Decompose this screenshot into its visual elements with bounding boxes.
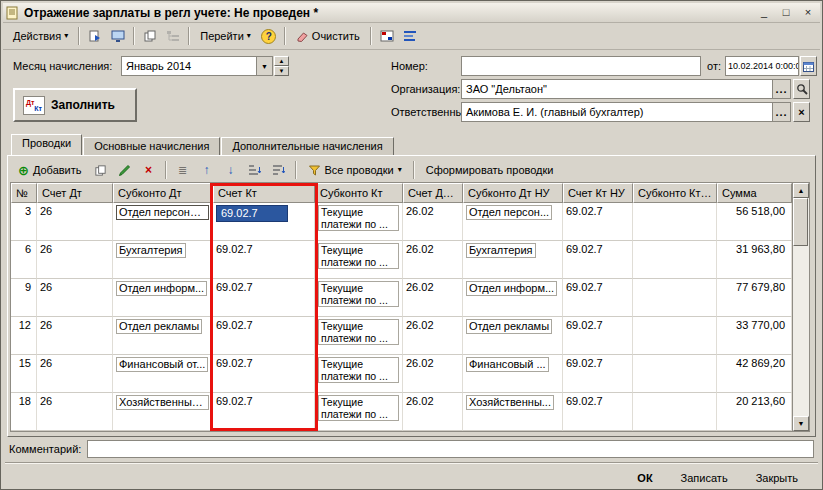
table-row[interactable]: 1826Хозяйственный...69.02.7Текущие плате…	[11, 393, 792, 431]
go-menu-button[interactable]: Перейти ▾	[194, 25, 257, 47]
column-header-subkonto-kt-nu[interactable]: Субконто Кт НУ	[633, 183, 717, 203]
cell-schet-dt-nu[interactable]: 26.02	[403, 355, 463, 393]
cell-schet-dt[interactable]: 26	[37, 393, 113, 431]
cell-schet-kt-nu[interactable]: 69.02.7	[563, 393, 633, 431]
clear-button[interactable]: Очистить	[290, 25, 366, 47]
cell-schet-kt-nu[interactable]: 69.02.7	[563, 279, 633, 317]
cell-schet-dt[interactable]: 26	[37, 279, 113, 317]
cell-schet-kt-nu[interactable]: 69.02.7	[563, 203, 633, 241]
cell-subkonto-dt[interactable]: Отдел персонала	[113, 203, 213, 241]
column-header-summa[interactable]: Сумма	[717, 183, 792, 203]
cell-subkonto-kt-nu[interactable]	[633, 279, 717, 317]
table-row[interactable]: 1526Финансовый от...69.02.7Текущие плате…	[11, 355, 792, 393]
scroll-down-button[interactable]: ▼	[793, 416, 809, 431]
cell-schet-kt[interactable]: 69.02.7	[213, 355, 315, 393]
title-bar[interactable]: Отражение зарплаты в регл учете: Не пров…	[3, 3, 820, 23]
column-header-schet-dt[interactable]: Счет Дт	[37, 183, 113, 203]
column-header-subkonto-dt[interactable]: Субконто Дт	[113, 183, 213, 203]
cell-schet-dt[interactable]: 26	[37, 203, 113, 241]
close-form-button[interactable]: Закрыть	[744, 469, 810, 487]
column-header-subkonto-kt[interactable]: Субконто Кт	[315, 183, 403, 203]
cell-schet-dt-nu[interactable]: 26.02	[403, 393, 463, 431]
cell-summa[interactable]: 42 869,20	[717, 355, 792, 393]
cell-subkonto-dt[interactable]: Бухгалтерия	[113, 241, 213, 279]
actions-menu-button[interactable]: Действия ▾	[7, 25, 74, 47]
move-up-button[interactable]: ↑	[196, 159, 218, 181]
cell-schet-kt-nu[interactable]: 69.02.7	[563, 355, 633, 393]
cell-schet-dt-nu[interactable]: 26.02	[403, 279, 463, 317]
cell-subkonto-kt-nu[interactable]	[633, 203, 717, 241]
refresh-document-button[interactable]	[84, 25, 106, 47]
cell-subkonto-kt-nu[interactable]	[633, 317, 717, 355]
copy-document-button[interactable]	[139, 25, 161, 47]
delete-row-button[interactable]: ×	[138, 159, 160, 181]
cell-schet-kt-nu[interactable]: 69.02.7	[563, 317, 633, 355]
column-header-subkonto-dt-nu[interactable]: Субконто Дт НУ	[463, 183, 563, 203]
column-header-schet-kt-nu[interactable]: Счет Кт НУ	[563, 183, 633, 203]
cell-schet-kt[interactable]: 69.02.7	[213, 393, 315, 431]
table-row[interactable]: 626Бухгалтерия69.02.7Текущие платежи по …	[11, 241, 792, 279]
cell-subkonto-dt-nu[interactable]: Отдел персон...	[463, 203, 563, 241]
fill-button[interactable]: Дт Кт Заполнить	[13, 88, 137, 122]
tab-provodki[interactable]: Проводки	[11, 134, 82, 155]
cell-num[interactable]: 18	[11, 393, 37, 431]
cell-subkonto-kt[interactable]: Текущие платежи по ...	[315, 279, 403, 317]
organization-select-button[interactable]: ...	[772, 80, 790, 98]
tab-osnovnye-nachisleniya[interactable]: Основные начисления	[83, 137, 220, 155]
save-button[interactable]: Записать	[669, 469, 740, 487]
scroll-thumb[interactable]	[793, 198, 808, 246]
cell-subkonto-kt[interactable]: Текущие платежи по ...	[315, 241, 403, 279]
responsible-select-button[interactable]: ...	[772, 103, 790, 121]
cell-summa[interactable]: 33 770,00	[717, 317, 792, 355]
cell-num[interactable]: 6	[11, 241, 37, 279]
sort-desc-button[interactable]	[268, 159, 290, 181]
cell-subkonto-kt[interactable]: Текущие платежи по ...	[315, 203, 403, 241]
number-field[interactable]	[461, 56, 701, 76]
cell-schet-dt[interactable]: 26	[37, 355, 113, 393]
move-down-button[interactable]: ↓	[220, 159, 242, 181]
responsible-field[interactable]: Акимова Е. И. (главный бухгалтер) ...	[461, 102, 791, 122]
cell-schet-dt[interactable]: 26	[37, 317, 113, 355]
levels-button[interactable]: ≣	[172, 159, 194, 181]
cell-schet-kt-nu[interactable]: 69.02.7	[563, 241, 633, 279]
cell-summa[interactable]: 31 963,80	[717, 241, 792, 279]
column-header-schet-kt[interactable]: Счет Кт	[213, 183, 315, 203]
cell-subkonto-dt-nu[interactable]: Отдел рекламы	[463, 317, 563, 355]
scroll-up-button[interactable]: ▲	[793, 183, 809, 198]
column-header-schet-dt-nu[interactable]: Счет Дт ...	[403, 183, 463, 203]
cell-schet-dt-nu[interactable]: 26.02	[403, 317, 463, 355]
calendar-button[interactable]	[800, 56, 817, 76]
cell-schet-dt[interactable]: 26	[37, 241, 113, 279]
sort-asc-button[interactable]	[244, 159, 266, 181]
cell-subkonto-kt-nu[interactable]	[633, 355, 717, 393]
cell-subkonto-dt-nu[interactable]: Отдел информ...	[463, 279, 563, 317]
maximize-button[interactable]: □	[777, 5, 795, 20]
cell-schet-kt[interactable]: 69.02.7	[213, 279, 315, 317]
cell-subkonto-dt[interactable]: Финансовый от...	[113, 355, 213, 393]
all-postings-filter-button[interactable]: Все проводки ▾	[302, 160, 408, 181]
cell-subkonto-dt-nu[interactable]: Бухгалтерия	[463, 241, 563, 279]
cell-schet-kt[interactable]: 69.02.7	[213, 241, 315, 279]
cell-subkonto-dt[interactable]: Отдел информ...	[113, 279, 213, 317]
cell-schet-dt-nu[interactable]: 26.02	[403, 241, 463, 279]
step-up-button[interactable]: ▲	[274, 56, 289, 66]
cell-num[interactable]: 12	[11, 317, 37, 355]
postings-view-button[interactable]	[376, 25, 398, 47]
cell-subkonto-kt-nu[interactable]	[633, 393, 717, 431]
minimize-button[interactable]: _	[755, 5, 773, 20]
table-row[interactable]: 1226Отдел рекламы69.02.7Текущие платежи …	[11, 317, 792, 355]
month-combobox[interactable]: Январь 2014 ▼	[121, 56, 273, 76]
cell-summa[interactable]: 77 679,80	[717, 279, 792, 317]
cell-subkonto-kt[interactable]: Текущие платежи по ...	[315, 393, 403, 431]
cell-subkonto-kt[interactable]: Текущие платежи по ...	[315, 317, 403, 355]
help-button[interactable]: ?	[258, 25, 280, 47]
report-structure-button[interactable]	[399, 25, 421, 47]
cell-subkonto-kt-nu[interactable]	[633, 241, 717, 279]
edit-row-button[interactable]	[114, 159, 136, 181]
structure-button[interactable]	[162, 25, 184, 47]
cell-summa[interactable]: 56 518,00	[717, 203, 792, 241]
cell-schet-kt[interactable]: 69.02.7	[213, 317, 315, 355]
cell-subkonto-dt-nu[interactable]: Хозяйственны...	[463, 393, 563, 431]
cell-subkonto-dt[interactable]: Отдел рекламы	[113, 317, 213, 355]
cell-summa[interactable]: 20 213,60	[717, 393, 792, 431]
